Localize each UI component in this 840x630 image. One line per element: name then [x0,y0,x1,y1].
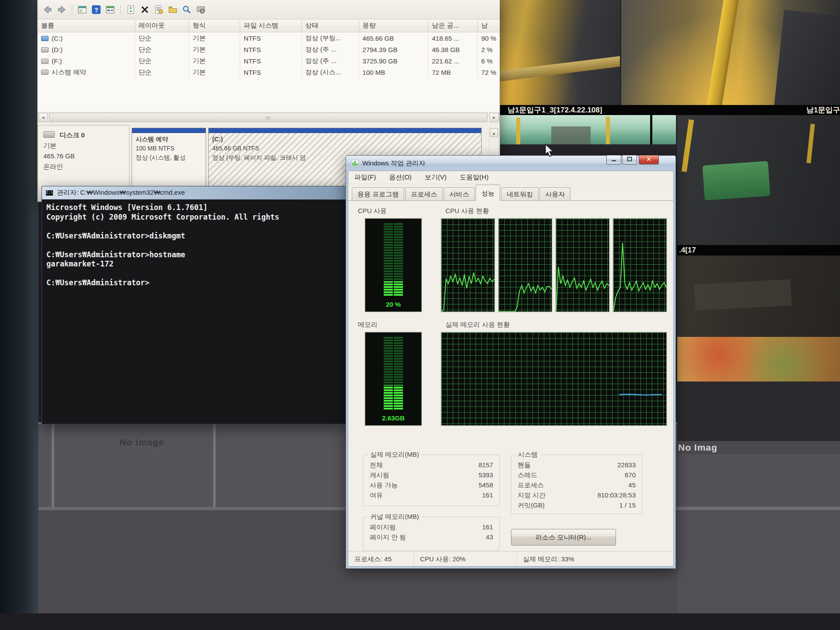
cpu-history-graph-1 [441,218,495,312]
task-manager-icon [351,160,359,167]
back-icon[interactable] [42,4,53,15]
task-manager-menubar: 파일(F) 옵션(O) 보기(V) 도움말(H) [348,171,673,184]
column-header-filesystem[interactable]: 파일 시스템 [240,20,302,32]
monitor-bezel-left [0,0,38,630]
help-icon[interactable]: ? [91,4,102,15]
delete-partition-icon[interactable] [139,4,150,15]
booth-machinery [551,126,591,144]
drive-icon [41,47,49,52]
toolbar-separator [72,5,72,14]
forward-icon[interactable] [56,4,67,15]
tile-gap [650,115,652,144]
partition-color-bar [132,128,206,133]
drive-icon [41,59,49,64]
volume-row-d[interactable]: (D:) 단순 기본 NTFS 정상 (주 ... 2794.39 GB 46.… [38,44,500,55]
led-bar [384,223,403,296]
volume-row-c[interactable]: (C:) 단순 기본 NTFS 정상 (부팅... 465.66 GB 418.… [38,32,500,44]
search-icon[interactable] [181,4,192,15]
disk0-name: 디스크 0 [60,131,85,139]
scroll-left-button[interactable]: ◄ [38,113,48,122]
menu-help[interactable]: 도움말(H) [460,173,489,182]
column-header-free-pct[interactable]: 남 [478,20,500,32]
dark-barrier [774,10,840,105]
camera-tile-dark-2[interactable] [677,382,840,441]
booth-post [606,117,610,144]
resource-monitor-button[interactable]: 리소스 모니터(R)... [511,529,616,546]
memory-gauge: 2.63GB [365,332,422,426]
task-manager-title: Windows 작업 관리자 [362,159,425,168]
camera-tile-empty-right[interactable] [677,454,840,630]
maximize-button[interactable] [622,155,637,164]
drive-icon [41,70,49,75]
memory-label: 메모리 [358,321,378,329]
task-manager-tabs: 응용 프로그램 프로세스 서비스 성능 네트워킹 사용자 [348,184,673,201]
column-header-capacity[interactable]: 용량 [359,20,429,32]
disk-settings-icon[interactable] [195,4,206,15]
status-processes: 프로세스: 45 [348,552,414,566]
yellow-post [806,124,815,164]
disk0-size: 465.76 GB [43,151,124,161]
no-image-label: No Image [119,437,164,448]
menu-view[interactable]: 보기(V) [425,173,447,182]
scrollbar-thumb[interactable]: ||| [49,113,487,122]
column-header-status[interactable]: 상태 [302,20,359,32]
tab-users[interactable]: 사용자 [539,187,570,200]
column-header-layout[interactable]: 레이아웃 [135,20,189,32]
minimize-button[interactable] [606,155,621,164]
task-manager-statusbar: 프로세스: 45 CPU 사용: 20% 실제 메모리: 33% [348,551,673,566]
tab-services[interactable]: 서비스 [444,187,475,200]
cpu-history-label: CPU 사용 현황 [445,207,489,215]
column-header-volume[interactable]: 볼륨 [38,20,135,32]
volume-row-system-reserved[interactable]: 시스템 예약 단순 기본 NTFS 정상 (시스... 100 MB 72 MB… [38,66,500,78]
camera-tile-truck[interactable] [677,115,840,245]
system-group: 시스템 핸들22833 스레드670 프로세스45 지정 시간810:03:28… [511,455,642,514]
properties-icon[interactable] [153,4,164,15]
memory-history-graph [441,332,667,426]
task-manager-window: Windows 작업 관리자 ✕ 파일(F) 옵션(O) 보기(V) 도움말(H… [346,155,676,569]
booth-post [516,118,520,144]
legend-icon[interactable] [105,4,116,15]
monitor-bezel-bottom [0,613,840,630]
camera-tile-road-2[interactable] [621,0,840,105]
menu-file[interactable]: 파일(F) [354,173,376,182]
toolbar-separator [120,5,121,14]
tab-networking[interactable]: 네트워킹 [501,187,539,200]
horizontal-scrollbar[interactable]: ◄ ||| ► [38,112,500,122]
cpu-usage-value: 20 % [365,301,421,308]
refresh-icon[interactable] [125,4,136,15]
task-manager-body: 파일(F) 옵션(O) 보기(V) 도움말(H) 응용 프로그램 프로세스 서비… [348,171,674,567]
camera2-label: 남1문입구1_4[ [806,105,840,115]
yellow-post [682,119,694,172]
open-folder-icon[interactable] [167,4,178,15]
cpu-history-graph-4 [613,218,667,312]
svg-text:?: ? [94,6,98,13]
column-header-free[interactable]: 남은 공... [428,20,478,32]
scroll-right-button[interactable]: ► [490,113,499,122]
disk0-status: 온라인 [43,161,124,172]
disk0-type: 기본 [43,140,124,151]
volume-row-f[interactable]: (F:) 단순 기본 NTFS 정상 (주 ... 3725.90 GB 221… [38,55,500,66]
memory-history-label: 실제 메모리 사용 현황 [445,321,510,329]
disk-management-toolbar: ? [38,0,500,19]
column-header-type[interactable]: 형식 [189,20,240,32]
volume-list: (C:) 단순 기본 NTFS 정상 (부팅... 465.66 GB 418.… [38,32,500,112]
status-cpu: CPU 사용: 20% [414,552,517,566]
cmd-titlebar[interactable]: C:\ 관리자: C:₩Windows₩system32₩cmd.exe [42,186,347,200]
physical-memory-group: 실제 메모리(MB) 전체8157 캐시됨5393 사용 가능5458 여유16… [363,455,500,506]
mouse-cursor [544,144,555,158]
no-image-side-label: No Imag [678,442,718,452]
menu-options[interactable]: 옵션(O) [389,173,412,182]
status-memory: 실제 메모리: 33% [517,552,673,566]
side-camera-label-bar: .4[17 [677,245,840,256]
led-bar [384,337,403,410]
tab-performance[interactable]: 성능 [476,185,500,201]
scroll-up-button[interactable]: ▲ [490,129,498,137]
close-button[interactable]: ✕ [639,155,659,164]
structure [694,279,792,310]
camera-tile-dark[interactable] [677,256,840,337]
disk-icon [43,131,55,138]
tab-applications[interactable]: 응용 프로그램 [352,187,404,200]
tab-processes[interactable]: 프로세스 [405,187,443,200]
camera-tile-market[interactable] [677,337,840,382]
details-pane-icon[interactable] [77,4,88,15]
